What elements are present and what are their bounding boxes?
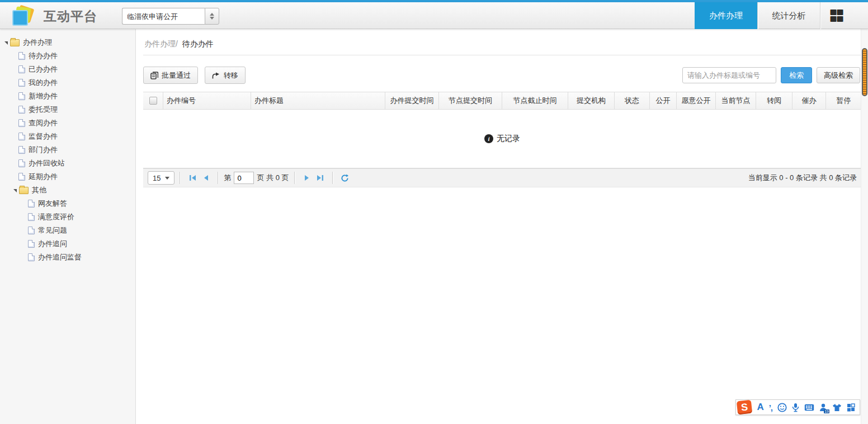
- col-node-deadline[interactable]: 节点截止时间: [502, 92, 568, 109]
- tree-item-label: 查阅办件: [29, 118, 58, 128]
- file-icon: [18, 65, 25, 73]
- apps-grid-icon[interactable]: [820, 2, 852, 29]
- breadcrumb-parent[interactable]: 办件办理/: [144, 39, 178, 48]
- col-public[interactable]: 公开: [650, 92, 677, 109]
- site-select-value[interactable]: 临淄依申请公开: [122, 8, 205, 25]
- batch-approve-button[interactable]: 批量通过: [143, 67, 198, 84]
- tree-item-label: 已办办件: [29, 64, 58, 74]
- site-select[interactable]: 临淄依申请公开: [122, 8, 219, 25]
- batch-approve-label: 批量通过: [162, 70, 191, 81]
- tree-item-label: 新增办件: [29, 91, 58, 101]
- col-node-submit-time[interactable]: 节点提交时间: [439, 92, 502, 109]
- col-submit-org[interactable]: 提交机构: [568, 92, 615, 109]
- file-icon: [18, 173, 25, 181]
- caret-expanded-icon[interactable]: [13, 189, 17, 192]
- file-icon: [28, 213, 35, 221]
- tree-item-satisfaction-rating[interactable]: 满意度评价: [0, 210, 135, 224]
- tree-item-label: 网友解答: [38, 199, 67, 209]
- letter-mode-icon[interactable]: A: [757, 402, 763, 413]
- last-page-button[interactable]: [314, 171, 327, 185]
- prev-page-button[interactable]: [199, 171, 213, 185]
- col-forward-read[interactable]: 转阅: [756, 92, 792, 109]
- tab-case-handling[interactable]: 办件办理: [695, 2, 757, 29]
- tree-item-netizen-answers[interactable]: 网友解答: [0, 197, 135, 210]
- file-icon: [18, 146, 25, 154]
- toolbar-row: 批量通过 转移 检索 高级检索: [136, 55, 868, 92]
- file-icon: [18, 79, 25, 87]
- tree-group-other[interactable]: 其他: [0, 183, 135, 197]
- advanced-search-button[interactable]: 高级检索: [817, 67, 860, 83]
- col-status[interactable]: 状态: [615, 92, 650, 109]
- col-pause[interactable]: 暂停: [826, 92, 861, 109]
- tree-item-new-case[interactable]: 新增办件: [0, 89, 135, 103]
- col-submit-time[interactable]: 办件提交时间: [385, 92, 439, 109]
- search-group: 检索 高级检索: [682, 67, 860, 83]
- emoji-icon[interactable]: [777, 403, 787, 412]
- folder-icon: [19, 187, 29, 194]
- next-page-button[interactable]: [300, 171, 314, 185]
- tree-item-label: 部门办件: [29, 145, 58, 155]
- tree-item-case-recycle-bin[interactable]: 办件回收站: [0, 157, 135, 170]
- empty-text: 无记录: [497, 134, 520, 144]
- tab-statistics[interactable]: 统计分析: [757, 2, 820, 29]
- caret-expanded-icon[interactable]: [4, 41, 8, 45]
- tree-item-pending-cases[interactable]: 待办办件: [0, 49, 135, 63]
- file-icon: [18, 52, 25, 60]
- tree-item-supervise-cases[interactable]: 监督办件: [0, 130, 135, 143]
- search-input[interactable]: [682, 67, 776, 83]
- main-content: 办件办理/ 待办办件 批量通过 转移 检索 高级检索: [136, 29, 868, 424]
- transfer-button[interactable]: 转移: [205, 67, 246, 84]
- col-case-number[interactable]: 办件编号: [163, 92, 251, 109]
- first-page-button[interactable]: [186, 171, 199, 185]
- tree-item-label: 办件追问: [38, 239, 67, 249]
- soft-keyboard-icon[interactable]: [804, 404, 814, 411]
- breadcrumb: 办件办理/ 待办办件: [136, 29, 868, 55]
- page-size-value: 15: [153, 174, 161, 182]
- vertical-scrollbar-thumb[interactable]: [862, 48, 867, 96]
- tree-item-label: 满意度评价: [38, 212, 74, 222]
- microphone-icon[interactable]: [792, 403, 799, 412]
- col-case-title[interactable]: 办件标题: [251, 92, 385, 109]
- table-header-row: 办件编号 办件标题 办件提交时间 节点提交时间 节点截止时间 提交机构 状态 公…: [143, 92, 861, 110]
- tree-group-case-handling[interactable]: 办件办理: [0, 36, 135, 49]
- pagination-controls: 15 第 页 共 0 页: [148, 171, 352, 185]
- tree-item-label: 待办办件: [29, 51, 58, 61]
- col-willing-public[interactable]: 愿意公开: [677, 92, 716, 109]
- cases-table: 办件编号 办件标题 办件提交时间 节点提交时间 节点截止时间 提交机构 状态 公…: [143, 92, 861, 168]
- search-button[interactable]: 检索: [781, 67, 812, 83]
- transfer-label: 转移: [224, 70, 238, 81]
- sogou-logo[interactable]: S: [737, 400, 752, 415]
- tree-item-label: 常见问题: [38, 225, 67, 235]
- user-level-icon[interactable]: 19: [819, 403, 827, 412]
- page-size-select[interactable]: 15: [148, 171, 174, 185]
- tree-item-label: 委托受理: [29, 105, 58, 115]
- tree-item-delayed-cases[interactable]: 延期办件: [0, 170, 135, 183]
- tree-item-label: 延期办件: [29, 172, 58, 182]
- toolbox-icon[interactable]: [847, 403, 855, 412]
- refresh-button[interactable]: [338, 171, 352, 185]
- site-select-spinner-icon[interactable]: [205, 8, 219, 25]
- select-all-checkbox[interactable]: [149, 97, 157, 105]
- page-suffix: 页 共 0 页: [257, 173, 289, 183]
- tree-item-my-cases[interactable]: 我的办件: [0, 76, 135, 89]
- pagination-summary: 当前显示 0 - 0 条记录 共 0 条记录: [748, 173, 857, 183]
- file-icon: [18, 159, 25, 167]
- page-number-input[interactable]: [234, 172, 254, 184]
- user-level-badge: 19: [824, 409, 829, 413]
- tree-item-entrusted-acceptance[interactable]: 委托受理: [0, 103, 135, 116]
- stack-papers-icon: [150, 72, 158, 79]
- col-urge[interactable]: 催办: [792, 92, 826, 109]
- tree-item-faq[interactable]: 常见问题: [0, 224, 135, 237]
- tree-item-department-cases[interactable]: 部门办件: [0, 143, 135, 157]
- tree-item-case-followup-supervision[interactable]: 办件追问监督: [0, 251, 135, 264]
- file-icon: [28, 253, 35, 261]
- vertical-scrollbar-track[interactable]: [861, 29, 868, 424]
- ime-toolbar: S A ’, 19: [735, 399, 860, 415]
- divider: [294, 172, 295, 184]
- col-current-node[interactable]: 当前节点: [716, 92, 756, 109]
- tree-item-view-cases[interactable]: 查阅办件: [0, 116, 135, 130]
- tree-item-done-cases[interactable]: 已办办件: [0, 63, 135, 76]
- punctuation-icon[interactable]: ’,: [769, 403, 772, 412]
- skin-icon[interactable]: [832, 403, 842, 412]
- tree-item-case-followup[interactable]: 办件追问: [0, 237, 135, 251]
